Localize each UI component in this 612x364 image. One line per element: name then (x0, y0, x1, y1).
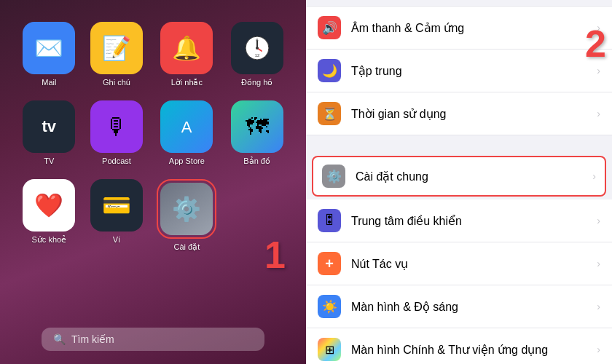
health-icon: ❤️ (23, 179, 75, 232)
cc-icon: 🎛 (318, 209, 341, 232)
app-grid: ✉️ Mail 📝 Ghi chú 🔔 Lời nhắc 12 6 Đồ (22, 15, 284, 259)
search-placeholder: Tìm kiếm (71, 333, 114, 345)
settings-item-general[interactable]: ⚙️ Cài đặt chung › (312, 156, 606, 197)
screentime-label: Thời gian sử dụng (351, 107, 597, 121)
action-label: Nút Tác vụ (351, 257, 597, 271)
homescreen-label: Màn hình Chính & Thư viện ứng dụng (351, 343, 597, 357)
notes-icon: 📝 (90, 22, 143, 74)
clock-icon: 12 6 (231, 22, 283, 74)
sound-label: Âm thanh & Cảm ứng (351, 21, 597, 35)
focus-icon: 🌙 (318, 59, 341, 82)
chevron-icon: › (597, 301, 600, 312)
clock-label: Đồng hồ (241, 78, 272, 87)
action-icon: + (318, 252, 341, 275)
focus-label: Tập trung (351, 64, 597, 78)
app-settings[interactable]: ⚙️ Cài đặt (157, 179, 216, 252)
sound-icon: 🔊 (318, 16, 341, 39)
reminders-label: Lời nhắc (171, 78, 203, 87)
health-label: Sức khoẻ (32, 235, 67, 245)
svg-text:A: A (181, 118, 192, 136)
search-icon: 🔍 (53, 333, 66, 345)
appstore-icon: A (160, 100, 213, 153)
chevron-icon: › (597, 258, 600, 269)
mail-icon: ✉️ (23, 22, 75, 74)
app-reminders[interactable]: 🔔 Lời nhắc (157, 22, 216, 87)
settings-item-cc[interactable]: 🎛 Trung tâm điều khiển › (306, 199, 612, 242)
settings-item-focus[interactable]: 🌙 Tập trung › (306, 50, 612, 92)
app-tv[interactable]: tv TV (22, 100, 76, 166)
chevron-icon: › (597, 344, 600, 355)
settings-item-homescreen[interactable]: ⊞ Màn hình Chính & Thư viện ứng dụng › (306, 328, 612, 364)
cc-label: Trung tâm điều khiển (351, 214, 597, 228)
wallet-label: Ví (113, 235, 120, 244)
notes-label: Ghi chú (103, 78, 130, 87)
display-icon: ☀️ (318, 295, 341, 318)
app-podcast[interactable]: 🎙 Podcast (90, 100, 144, 166)
right-panel: 2 🔊 Âm thanh & Cảm ứng › 🌙 Tập trung › ⏳… (306, 0, 612, 364)
maps-icon: 🗺 (231, 100, 283, 153)
step-number-1: 1 (264, 233, 286, 277)
general-label: Cài đặt chung (356, 170, 592, 183)
section-gap (306, 135, 612, 153)
left-panel: ✉️ Mail 📝 Ghi chú 🔔 Lời nhắc 12 6 Đồ (0, 0, 306, 364)
appstore-label: App Store (169, 157, 205, 165)
mail-label: Mail (42, 78, 56, 87)
app-wallet[interactable]: 💳 Ví (90, 179, 144, 252)
chevron-icon: › (597, 215, 600, 226)
maps-label: Bản đồ (243, 157, 270, 166)
settings-item-sound[interactable]: 🔊 Âm thanh & Cảm ứng › (306, 6, 612, 50)
wallet-icon: 💳 (90, 179, 143, 232)
app-mail[interactable]: ✉️ Mail (22, 22, 76, 87)
search-bar[interactable]: 🔍 Tìm kiếm (42, 328, 264, 351)
app-appstore[interactable]: A App Store (157, 100, 216, 166)
tv-label: TV (44, 157, 54, 165)
settings-icon: ⚙️ (160, 183, 213, 235)
settings-item-screentime[interactable]: ⏳ Thời gian sử dụng › (306, 92, 612, 135)
podcast-label: Podcast (102, 157, 131, 165)
podcast-icon: 🎙 (90, 100, 143, 153)
general-icon: ⚙️ (322, 165, 345, 188)
svg-text:12: 12 (254, 53, 259, 58)
homescreen-icon: ⊞ (318, 338, 341, 361)
app-notes[interactable]: 📝 Ghi chú (90, 22, 144, 87)
settings-highlight-border: ⚙️ (157, 179, 216, 239)
step-number-2: 2 (585, 22, 606, 66)
chevron-icon: › (597, 65, 600, 76)
screentime-icon: ⏳ (318, 102, 341, 125)
chevron-icon: › (592, 170, 596, 182)
chevron-icon: › (597, 108, 600, 119)
app-health[interactable]: ❤️ Sức khoẻ (22, 179, 76, 252)
tv-icon: tv (23, 100, 75, 153)
svg-point-3 (256, 47, 259, 50)
app-clock[interactable]: 12 6 Đồng hồ (230, 22, 284, 87)
settings-item-action[interactable]: + Nút Tác vụ › (306, 242, 612, 285)
settings-list: 🔊 Âm thanh & Cảm ứng › 🌙 Tập trung › ⏳ T… (306, 0, 612, 364)
settings-label: Cài đặt (173, 242, 200, 252)
reminders-icon: 🔔 (160, 22, 213, 74)
display-label: Màn hình & Độ sáng (351, 300, 597, 314)
app-maps[interactable]: 🗺 Bản đồ (230, 100, 284, 166)
settings-item-display[interactable]: ☀️ Màn hình & Độ sáng › (306, 285, 612, 328)
